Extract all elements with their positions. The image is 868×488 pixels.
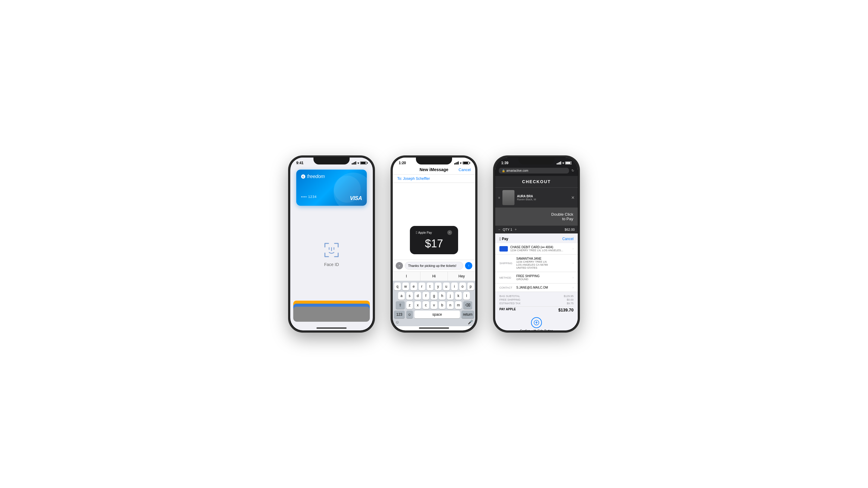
qty-minus[interactable]: − [498, 227, 500, 232]
send-button[interactable]: ↑ [465, 262, 472, 269]
sheet-cancel-button[interactable]: Cancel [562, 237, 574, 241]
signal-icon [557, 161, 561, 164]
keyboard-extras: ☺ 🎤 [394, 320, 474, 325]
card-network: VISA [350, 195, 362, 201]
key-i[interactable]: i [451, 283, 458, 290]
card-number: •••• 1234 [301, 195, 317, 198]
key-v[interactable]: v [431, 301, 437, 309]
card-row[interactable]: CHASE DEBIT CARD (••• 4004) 1234 CHERRY … [495, 243, 578, 255]
qty-row: − QTY 1 + $62.00 [495, 226, 578, 233]
shipping-row[interactable]: SHIPPING SAMANTHA JANE 1234 CHERRY TREE … [495, 255, 578, 272]
apple-pay-bubble:  Apple Pay ✕ $17 [410, 226, 458, 254]
card-area[interactable]: C freedom •••• 1234 VISA [290, 167, 373, 210]
hamburger-icon[interactable]: ≡ [498, 196, 500, 199]
tax-value: $9.75 [567, 302, 574, 305]
phone1-status-icons: ▾ [352, 161, 367, 165]
key-a[interactable]: a [398, 292, 405, 300]
checkout-header: CHECKOUT [495, 176, 578, 187]
imessage-title: New iMessage [420, 167, 448, 172]
quick-reply-hey[interactable]: Hey [448, 272, 475, 281]
key-l[interactable]: l [463, 292, 470, 300]
key-g[interactable]: g [431, 292, 437, 300]
browser-url-bar[interactable]: 🔒 amariactive.com [499, 168, 569, 173]
sheet-header:  Pay Cancel [495, 233, 578, 243]
phone2-device: 1:20 ▾ New iMessage Cancel To: Joseph Sc… [392, 157, 476, 331]
key-shift[interactable]: ⇧ [396, 301, 405, 309]
key-z[interactable]: z [406, 301, 413, 309]
signal-icon [352, 161, 356, 164]
qty-plus[interactable]: + [515, 227, 517, 232]
contact-content: S.JANE@G.MAILC.OM [516, 286, 570, 289]
key-r[interactable]: r [418, 283, 425, 290]
battery-icon [565, 161, 572, 164]
key-emoji[interactable]: ☺ [406, 311, 413, 318]
key-x[interactable]: x [414, 301, 421, 309]
apple-icon:  [499, 236, 501, 241]
message-text-input[interactable]: Thanks for picking up the tickets! [405, 262, 463, 270]
key-u[interactable]: u [443, 283, 450, 290]
face-id-area: Face ID [290, 210, 373, 298]
shipping-name: SAMANTHA JANE [516, 257, 570, 260]
shipping-country: UNITED STATES [516, 266, 570, 269]
phone1-time: 9:41 [296, 161, 304, 165]
keyboard-row-3: ⇧ z x c v b n m ⌫ [394, 301, 474, 309]
phone1-screen: 9:41 ▾ C freedom [290, 158, 373, 330]
shipping-content: SAMANTHA JANE 1234 CHERRY TREE LN LOS AN… [516, 257, 570, 269]
key-y[interactable]: y [435, 283, 441, 290]
qty-value: QTY 1 [503, 228, 513, 231]
pay-text: Pay [502, 237, 508, 241]
key-o[interactable]: o [459, 283, 466, 290]
card-stack-3 [293, 307, 370, 322]
key-b[interactable]: b [439, 301, 445, 309]
key-j[interactable]: j [447, 292, 454, 300]
summary-area: BAG SUBTOTAL $129.95 FREE SHIPPING $0.00… [495, 292, 578, 315]
to-recipient[interactable]: Joseph Scheffler [403, 176, 430, 181]
chevron-icon: › [572, 247, 574, 250]
total-value: $139.70 [558, 307, 574, 313]
refresh-icon[interactable]: ↻ [571, 169, 574, 173]
tax-label: ESTIMATED TAX [499, 302, 521, 305]
method-value2: GROUND [516, 278, 570, 281]
quick-reply-i[interactable]: I [393, 272, 421, 281]
quick-replies: I Hi Hey [393, 271, 475, 281]
key-delete[interactable]: ⌫ [463, 301, 472, 309]
key-k[interactable]: k [455, 292, 462, 300]
key-f[interactable]: f [423, 292, 429, 300]
browser-bar: 🔒 amariactive.com ↻ [495, 167, 578, 176]
contact-row[interactable]: CONTACT S.JANE@G.MAILC.OM › [495, 284, 578, 292]
card-icon [499, 246, 508, 252]
checkout-title: CHECKOUT [522, 179, 551, 184]
phone2-status-icons: ▾ [454, 161, 469, 165]
method-row[interactable]: METHOD FREE SHIPPING GROUND › [495, 272, 578, 284]
wifi-icon: ▾ [358, 161, 359, 165]
mic-button[interactable]: 🎤 [468, 320, 473, 324]
key-return[interactable]: return [461, 311, 474, 318]
card-bank-name: freedom [307, 174, 325, 179]
key-h[interactable]: h [439, 292, 445, 300]
quick-reply-hi[interactable]: Hi [421, 272, 448, 281]
key-t[interactable]: t [427, 283, 433, 290]
key-n[interactable]: n [447, 301, 454, 309]
key-m[interactable]: m [455, 301, 462, 309]
message-body:  Apple Pay ✕ $17 [393, 183, 475, 260]
key-p[interactable]: p [467, 283, 474, 290]
message-input-area: > Thanks for picking up the tickets! ↑ [393, 260, 475, 271]
key-space[interactable]: space [414, 311, 460, 318]
product-close-button[interactable]: ✕ [571, 195, 575, 200]
key-w[interactable]: w [402, 283, 409, 290]
key-s[interactable]: s [406, 292, 413, 300]
imessage-cancel-button[interactable]: Cancel [459, 167, 471, 172]
emoji-button[interactable]: ☺ [395, 320, 399, 324]
key-e[interactable]: e [410, 283, 417, 290]
battery-icon [360, 161, 367, 164]
apple-pay-logo:  Pay [499, 236, 508, 241]
key-q[interactable]: q [394, 283, 401, 290]
apple-pay-bubble-header:  Apple Pay ✕ [416, 230, 452, 235]
expand-button[interactable]: > [396, 262, 403, 269]
apple-pay-close-button[interactable]: ✕ [447, 230, 452, 235]
confirm-area: Confirm with Side Button [495, 315, 578, 330]
key-d[interactable]: d [414, 292, 421, 300]
keyboard-row-2: a s d f g h j k l [394, 292, 474, 300]
key-c[interactable]: c [423, 301, 429, 309]
key-123[interactable]: 123 [394, 311, 405, 318]
